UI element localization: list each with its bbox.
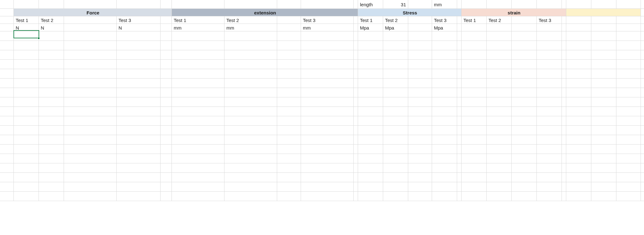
cell[interactable] xyxy=(457,0,462,9)
cell[interactable] xyxy=(408,16,432,24)
cell[interactable] xyxy=(358,69,383,79)
cell[interactable] xyxy=(39,145,64,154)
cell[interactable] xyxy=(432,173,457,182)
cell[interactable] xyxy=(277,31,301,41)
cell[interactable] xyxy=(354,50,358,60)
cell[interactable] xyxy=(641,163,644,173)
cell[interactable] xyxy=(512,154,537,163)
cell[interactable] xyxy=(616,16,641,24)
cell[interactable] xyxy=(591,192,616,201)
cell[interactable] xyxy=(383,145,408,154)
cell[interactable] xyxy=(383,60,408,69)
cell[interactable] xyxy=(14,97,39,107)
cell[interactable] xyxy=(301,88,354,97)
cell[interactable] xyxy=(224,97,277,107)
cell[interactable] xyxy=(161,41,172,50)
cell[interactable] xyxy=(383,97,408,107)
cell[interactable] xyxy=(591,126,616,135)
cell[interactable] xyxy=(354,192,358,201)
cell[interactable] xyxy=(0,41,14,50)
cell[interactable] xyxy=(301,41,354,50)
cell[interactable] xyxy=(301,107,354,116)
cell[interactable] xyxy=(487,163,512,173)
cell[interactable] xyxy=(383,154,408,163)
cell[interactable] xyxy=(462,135,487,145)
cell[interactable] xyxy=(117,88,161,97)
cell[interactable] xyxy=(277,60,301,69)
cell[interactable] xyxy=(408,116,432,126)
cell[interactable] xyxy=(117,135,161,145)
cell[interactable] xyxy=(0,154,14,163)
cell[interactable] xyxy=(354,107,358,116)
cell[interactable] xyxy=(383,192,408,201)
cell[interactable] xyxy=(462,24,487,31)
cell[interactable] xyxy=(537,163,562,173)
cell[interactable] xyxy=(161,0,172,9)
cell[interactable] xyxy=(457,154,462,163)
cell[interactable] xyxy=(64,97,117,107)
cell[interactable] xyxy=(616,116,641,126)
cell[interactable] xyxy=(64,107,117,116)
cell[interactable] xyxy=(172,69,224,79)
cell[interactable] xyxy=(161,24,172,31)
cell[interactable] xyxy=(512,69,537,79)
cell[interactable] xyxy=(358,116,383,126)
cell[interactable] xyxy=(432,145,457,154)
cell[interactable] xyxy=(64,50,117,60)
cell[interactable] xyxy=(224,79,277,88)
cell[interactable] xyxy=(616,126,641,135)
cell[interactable] xyxy=(224,41,277,50)
cell[interactable] xyxy=(161,182,172,192)
cell[interactable] xyxy=(358,126,383,135)
cell[interactable] xyxy=(383,126,408,135)
cell[interactable] xyxy=(512,41,537,50)
cell[interactable] xyxy=(641,107,644,116)
cell[interactable] xyxy=(562,163,566,173)
cell[interactable] xyxy=(224,173,277,182)
cell[interactable] xyxy=(0,9,14,16)
cell[interactable] xyxy=(537,50,562,60)
cell[interactable] xyxy=(301,182,354,192)
cell[interactable] xyxy=(432,31,457,41)
cell[interactable] xyxy=(566,126,591,135)
cell[interactable] xyxy=(512,173,537,182)
cell[interactable] xyxy=(301,126,354,135)
cell[interactable] xyxy=(161,97,172,107)
cell[interactable] xyxy=(537,88,562,97)
cell[interactable] xyxy=(354,31,358,41)
cell[interactable] xyxy=(512,16,537,24)
cell[interactable] xyxy=(117,107,161,116)
cell[interactable] xyxy=(562,31,566,41)
cell[interactable] xyxy=(277,107,301,116)
cell[interactable] xyxy=(358,31,383,41)
cell[interactable] xyxy=(562,69,566,79)
cell[interactable] xyxy=(0,50,14,60)
cell[interactable] xyxy=(616,0,641,9)
cell[interactable] xyxy=(408,24,432,31)
cell[interactable] xyxy=(566,79,591,88)
cell[interactable] xyxy=(14,88,39,97)
cell[interactable] xyxy=(0,69,14,79)
cell[interactable] xyxy=(462,41,487,50)
cell[interactable] xyxy=(277,97,301,107)
cell[interactable] xyxy=(224,192,277,201)
cell[interactable] xyxy=(0,0,14,9)
cell[interactable] xyxy=(277,154,301,163)
cell[interactable] xyxy=(39,126,64,135)
cell[interactable] xyxy=(537,154,562,163)
cell[interactable] xyxy=(591,145,616,154)
cell[interactable] xyxy=(64,88,117,97)
cell[interactable] xyxy=(301,69,354,79)
cell[interactable] xyxy=(358,41,383,50)
cell[interactable] xyxy=(512,60,537,69)
cell[interactable] xyxy=(487,192,512,201)
cell[interactable] xyxy=(354,145,358,154)
cell[interactable] xyxy=(277,126,301,135)
cell[interactable] xyxy=(487,154,512,163)
cell[interactable] xyxy=(172,79,224,88)
cell[interactable] xyxy=(537,173,562,182)
cell[interactable] xyxy=(616,163,641,173)
cell[interactable] xyxy=(0,126,14,135)
cell[interactable] xyxy=(566,69,591,79)
cell[interactable] xyxy=(591,88,616,97)
